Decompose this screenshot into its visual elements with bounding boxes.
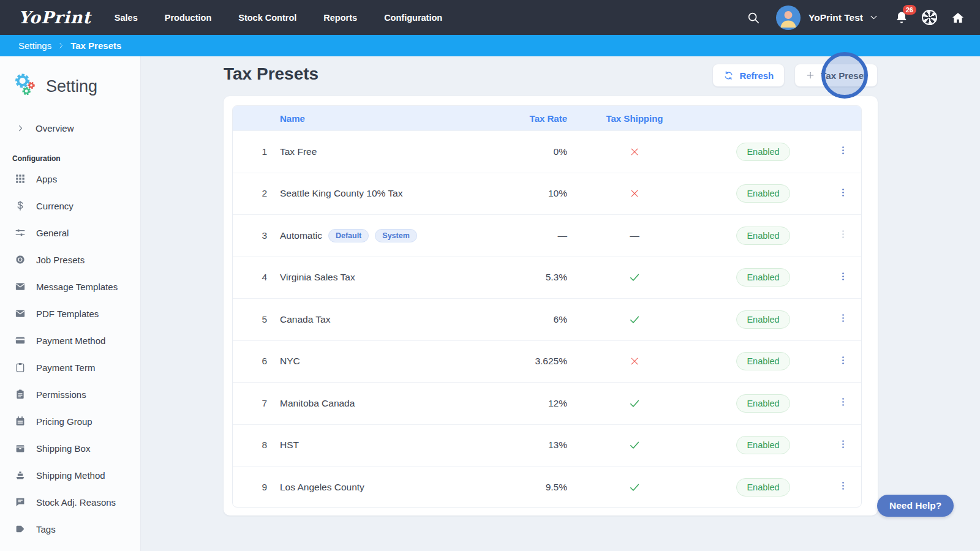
chat-icon	[14, 497, 26, 508]
sidebar-item-label: Apps	[36, 174, 57, 184]
breadcrumb-settings[interactable]: Settings	[18, 40, 51, 51]
yoprint-logo[interactable]: YoPrint	[18, 8, 91, 27]
preset-name-cell: NYC	[267, 356, 494, 367]
settings-sidebar: Setting Overview Configuration Apps Curr…	[0, 56, 141, 551]
sidebar-item-shipping-method[interactable]: Shipping Method	[0, 462, 140, 489]
kebab-icon	[838, 313, 848, 326]
sidebar-item-apps[interactable]: Apps	[0, 165, 140, 192]
kebab-icon	[838, 355, 848, 368]
kebab-icon	[838, 187, 848, 200]
row-number: 4	[233, 272, 267, 283]
aperture-icon[interactable]	[922, 10, 937, 25]
user-name[interactable]: YoPrint Test	[809, 12, 863, 23]
status-badge: Enabled	[736, 184, 790, 203]
row-menu-button[interactable]	[824, 355, 861, 368]
table-row: 3 AutomaticDefaultSystem — — Enabled	[233, 214, 861, 257]
row-menu-button[interactable]	[824, 187, 861, 200]
chevron-right-icon	[16, 124, 25, 133]
top-navbar: YoPrint SalesProductionStock ControlRepo…	[0, 0, 980, 35]
tax-shipping-cell	[567, 397, 702, 410]
status-cell: Enabled	[702, 478, 824, 497]
kebab-icon	[838, 229, 848, 242]
status-cell: Enabled	[702, 268, 824, 287]
sidebar-item-label: Pricing Group	[36, 416, 92, 427]
chevron-down-icon[interactable]	[869, 13, 878, 22]
sidebar-item-stock-adj-reasons[interactable]: Stock Adj. Reasons	[0, 489, 140, 515]
nav-item-sales[interactable]: Sales	[115, 13, 138, 23]
row-menu-button[interactable]	[824, 271, 861, 284]
apps-grid-icon	[14, 173, 26, 184]
breadcrumb-chevron-icon	[57, 42, 65, 50]
tax-rate-cell: 12%	[494, 398, 567, 409]
tax-shipping-cell: —	[567, 230, 702, 241]
sidebar-item-permissions[interactable]: Permissions	[0, 381, 140, 408]
sidebar-item-shipping-box[interactable]: Shipping Box	[0, 435, 140, 462]
avatar[interactable]	[776, 6, 801, 30]
mail-icon	[14, 281, 26, 292]
notifications-button[interactable]: 26	[894, 10, 909, 25]
sidebar-item-overview[interactable]: Overview	[0, 115, 140, 141]
header-actions: Refresh Tax Preset	[712, 64, 878, 87]
row-menu-button[interactable]	[824, 313, 861, 326]
check-icon	[628, 439, 641, 451]
row-number: 2	[233, 188, 267, 199]
sidebar-item-currency[interactable]: Currency	[0, 192, 140, 219]
sidebar-item-job-presets[interactable]: Job Presets	[0, 246, 140, 273]
search-icon[interactable]	[747, 11, 760, 24]
row-number: 5	[233, 314, 267, 325]
sidebar-header: Setting	[0, 56, 140, 100]
page-title: Tax Presets	[224, 64, 318, 84]
need-help-button[interactable]: Need Help?	[877, 495, 954, 517]
setting-gears-icon	[12, 72, 38, 100]
kebab-icon	[838, 439, 848, 452]
column-header-tax-shipping[interactable]: Tax Shipping	[567, 113, 702, 124]
nav-item-production[interactable]: Production	[165, 13, 212, 23]
preset-name-cell: HST	[267, 440, 494, 451]
row-number: 6	[233, 356, 267, 367]
status-cell: Enabled	[702, 436, 824, 454]
credit-card-icon	[14, 335, 26, 346]
sidebar-item-payment-method[interactable]: Payment Method	[0, 327, 140, 354]
home-icon[interactable]	[951, 10, 965, 25]
sidebar-item-pdf-templates[interactable]: PDF Templates	[0, 300, 140, 327]
preset-name-cell: Virginia Sales Tax	[267, 272, 494, 283]
sidebar-item-tags[interactable]: Tags	[0, 515, 140, 542]
row-menu-button[interactable]	[824, 439, 861, 452]
row-menu-button[interactable]	[824, 145, 861, 158]
sidebar-title: Setting	[46, 77, 97, 96]
nav-item-stock-control[interactable]: Stock Control	[238, 13, 296, 23]
sidebar-item-label: Shipping Box	[36, 443, 90, 454]
sidebar-item-general[interactable]: General	[0, 219, 140, 246]
status-badge: Enabled	[736, 143, 790, 161]
refresh-button[interactable]: Refresh	[712, 64, 785, 87]
main-content: Tax Presets Refresh Tax Preset Name Tax …	[141, 56, 980, 551]
breadcrumb: Settings Tax Presets	[0, 35, 980, 56]
ship-icon	[14, 470, 26, 481]
row-number: 1	[233, 146, 267, 157]
sidebar-item-label: PDF Templates	[36, 309, 99, 319]
status-badge: Enabled	[736, 478, 790, 497]
cross-icon	[629, 146, 640, 157]
table-header-row: Name Tax Rate Tax Shipping	[233, 106, 861, 130]
nav-item-reports[interactable]: Reports	[323, 13, 357, 23]
sidebar-item-payment-term[interactable]: Payment Term	[0, 354, 140, 381]
sidebar-item-message-templates[interactable]: Message Templates	[0, 273, 140, 300]
row-menu-button[interactable]	[824, 481, 861, 493]
cross-icon	[629, 356, 640, 367]
breadcrumb-tax-presets: Tax Presets	[70, 40, 121, 51]
table-row: 4 Virginia Sales Tax 5.3% Enabled	[233, 257, 861, 299]
sidebar-item-label: Tags	[36, 524, 56, 534]
tax-rate-cell: 6%	[494, 314, 567, 325]
column-header-tax-rate[interactable]: Tax Rate	[494, 113, 567, 124]
nav-item-configuration[interactable]: Configuration	[384, 13, 442, 23]
column-header-name[interactable]: Name	[267, 113, 494, 124]
tax-shipping-cell	[567, 439, 702, 451]
clipboard-icon	[14, 362, 26, 373]
add-tax-preset-button[interactable]: Tax Preset	[794, 64, 878, 87]
sidebar-item-pricing-group[interactable]: Pricing Group	[0, 408, 140, 435]
kebab-icon	[838, 481, 848, 493]
dash-text: —	[630, 230, 639, 241]
tax-rate-cell: 10%	[494, 188, 567, 199]
row-menu-button[interactable]	[824, 397, 861, 410]
tax-rate-cell: 3.625%	[494, 356, 567, 367]
